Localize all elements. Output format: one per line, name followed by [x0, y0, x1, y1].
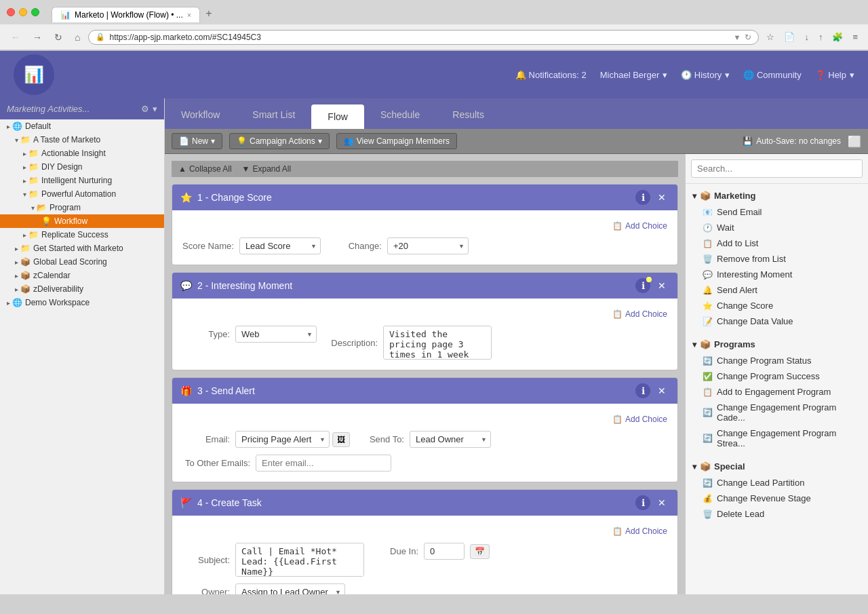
sidebar-item-zcalendar[interactable]: ▸ 📦 zCalendar — [0, 269, 164, 282]
other-emails-input[interactable] — [256, 455, 391, 472]
notifications-item[interactable]: 🔔 Notifications: 2 — [515, 70, 587, 80]
type-wrapper: Web — [235, 326, 317, 343]
step-3-add-choice-button[interactable]: 📋 Add Choice — [612, 415, 667, 424]
panel-section-special-header[interactable]: ▾ 📦 Special — [686, 458, 868, 475]
step-4-add-choice-button[interactable]: 📋 Add Choice — [612, 526, 667, 536]
step-4-header[interactable]: 🚩 4 - Create Task ℹ ✕ — [172, 490, 677, 516]
menu-icon[interactable]: ≡ — [849, 31, 861, 43]
step-4-info-button[interactable]: ℹ — [635, 495, 650, 510]
sidebar-item-replicate-success[interactable]: ▸ 📁 Replicate Success — [0, 228, 164, 242]
subject-textarea[interactable]: Call | Email *Hot* Lead: {{Lead.First Na… — [235, 543, 364, 577]
new-button[interactable]: 📄 New ▾ — [172, 133, 222, 149]
collapse-all-button[interactable]: ▲ Collapse All — [178, 164, 232, 174]
panel-item-change-revenue-stage[interactable]: 💰 Change Revenue Stage — [686, 491, 868, 506]
sidebar-item-powerful-automation[interactable]: ▾ 📁 Powerful Automation — [0, 187, 164, 201]
panel-item-change-lead-partition[interactable]: 🔄 Change Lead Partition — [686, 475, 868, 491]
send-to-select[interactable]: Lead Owner — [410, 431, 491, 448]
browser-tab-marketo[interactable]: 📊 Marketo | Workflow (Flow) • ... × — [52, 7, 200, 22]
sidebar-item-global-lead-scoring[interactable]: ▸ 📦 Global Lead Scoring — [0, 255, 164, 269]
sidebar-item-default[interactable]: ▸ 🌐 Default — [0, 119, 164, 133]
step-1-add-choice-button[interactable]: 📋 Add Choice — [612, 221, 667, 231]
minimize-window-button[interactable] — [19, 8, 27, 16]
user-menu[interactable]: Michael Berger ▾ — [600, 70, 667, 80]
panel-item-interesting-moment[interactable]: 💬 Interesting Moment — [686, 267, 868, 282]
sidebar-item-actionable-insight[interactable]: ▸ 📁 Actionable Insight — [0, 147, 164, 160]
close-window-button[interactable] — [7, 8, 15, 16]
panel-section-marketing-header[interactable]: ▾ 📦 Marketing — [686, 187, 868, 204]
panel-item-change-program-success[interactable]: ✅ Change Program Success — [686, 368, 868, 384]
panel-item-change-score[interactable]: ⭐ Change Score — [686, 298, 868, 313]
sidebar-item-workflow[interactable]: 💡 Workflow — [0, 214, 164, 228]
download-icon[interactable]: ↓ — [801, 31, 812, 43]
tab-workflow[interactable]: Workflow — [165, 102, 236, 129]
sidebar-icon-1[interactable]: ⚙ — [141, 104, 149, 114]
due-in-input[interactable] — [424, 543, 465, 560]
new-tab-button[interactable]: + — [200, 5, 217, 22]
tab-flow[interactable]: Flow — [311, 104, 364, 129]
expand-all-button[interactable]: ▼ Expand All — [242, 164, 292, 174]
step-2-add-choice-button[interactable]: 📋 Add Choice — [612, 309, 667, 319]
step-3-close-button[interactable]: ✕ — [654, 383, 669, 398]
panel-item-wait[interactable]: 🕐 Wait — [686, 220, 868, 235]
sidebar-item-zdeliverability[interactable]: ▸ 📦 zDeliverability — [0, 282, 164, 296]
view-members-button[interactable]: 👥 View Campaign Members — [336, 133, 457, 149]
change-select[interactable]: +20 — [387, 237, 469, 254]
panel-item-change-data-value[interactable]: 📝 Change Data Value — [686, 313, 868, 329]
owner-select[interactable]: Assign to Lead Owner — [235, 583, 345, 594]
refresh-icon[interactable]: ↻ — [745, 33, 751, 42]
step-3-info-button[interactable]: ℹ — [635, 383, 650, 398]
step-4-close-button[interactable]: ✕ — [654, 495, 669, 510]
panel-item-add-to-engagement[interactable]: 📋 Add to Engagement Program — [686, 384, 868, 400]
sidebar-item-diy-design[interactable]: ▸ 📁 DIY Design — [0, 160, 164, 174]
step-1-header[interactable]: ⭐ 1 - Change Score ℹ ✕ — [172, 185, 677, 210]
panel-item-add-to-list[interactable]: 📋 Add to List — [686, 235, 868, 251]
panel-section-programs-header[interactable]: ▾ 📦 Programs — [686, 336, 868, 353]
score-name-select[interactable]: Lead Score — [239, 237, 321, 254]
tab-results[interactable]: Results — [436, 102, 500, 129]
due-in-calendar-button[interactable]: 📅 — [470, 544, 490, 559]
step-2-close-button[interactable]: ✕ — [654, 278, 669, 293]
step-2-header[interactable]: 💬 2 - Interesting Moment ℹ ✕ — [172, 273, 677, 299]
nav-share-icon[interactable]: ↑ — [815, 31, 827, 43]
step-2-info-button[interactable]: ℹ — [635, 278, 650, 293]
sidebar-icon-2[interactable]: ▾ — [153, 104, 157, 114]
panel-item-send-alert[interactable]: 🔔 Send Alert — [686, 282, 868, 298]
history-menu[interactable]: 🕐 History ▾ — [681, 70, 730, 80]
campaign-actions-button[interactable]: 💡 Campaign Actions ▾ — [229, 133, 330, 149]
panel-item-change-engagement-strea[interactable]: 🔄 Change Engagement Program Strea... — [686, 425, 868, 451]
maximize-window-button[interactable] — [31, 8, 39, 16]
refresh-button[interactable]: ↻ — [50, 31, 66, 44]
description-textarea[interactable]: Visited the pricing page 3 times in 1 we… — [383, 326, 492, 360]
step-3-header[interactable]: 🎁 3 - Send Alert ℹ ✕ — [172, 378, 677, 404]
browser-tab-close-button[interactable]: × — [187, 11, 191, 19]
help-menu[interactable]: ❓ Help ▾ — [815, 70, 854, 80]
tab-schedule[interactable]: Schedule — [364, 102, 436, 129]
panel-item-change-engagement-cade[interactable]: 🔄 Change Engagement Program Cade... — [686, 400, 868, 425]
panel-search-input[interactable] — [691, 159, 863, 178]
panel-item-remove-from-list[interactable]: 🗑️ Remove from List — [686, 251, 868, 267]
back-button[interactable]: ← — [7, 31, 24, 44]
url-bar[interactable]: 🔒 https://app-sjp.marketo.com/#SC14945C3… — [88, 30, 759, 45]
expand-panel-button[interactable]: ⬜ — [848, 135, 861, 148]
panel-item-delete-lead[interactable]: 🗑️ Delete Lead — [686, 506, 868, 522]
sidebar-item-a-taste[interactable]: ▾ 📁 A Taste of Marketo — [0, 133, 164, 147]
step-1-close-button[interactable]: ✕ — [654, 190, 669, 205]
email-icon-button[interactable]: 🖼 — [332, 432, 350, 447]
panel-item-change-program-status[interactable]: 🔄 Change Program Status — [686, 353, 868, 368]
type-select[interactable]: Web — [235, 326, 317, 343]
panel-item-send-email[interactable]: 📧 Send Email — [686, 204, 868, 220]
email-select[interactable]: Pricing Page Alert — [235, 431, 330, 448]
sidebar-item-get-started[interactable]: ▸ 📁 Get Started with Marketo — [0, 242, 164, 255]
sidebar-item-intelligent-nurturing[interactable]: ▸ 📁 Intelligent Nurturing — [0, 174, 164, 187]
tab-smart-list[interactable]: Smart List — [236, 102, 311, 129]
sidebar-search-placeholder[interactable]: Marketing Activities... — [7, 104, 90, 114]
community-item[interactable]: 🌐 Community — [743, 70, 801, 80]
reader-icon[interactable]: 📄 — [781, 31, 798, 43]
bookmark-icon[interactable]: ☆ — [763, 31, 778, 43]
home-button[interactable]: ⌂ — [71, 31, 84, 44]
forward-button[interactable]: → — [28, 31, 46, 44]
extensions-icon[interactable]: 🧩 — [829, 31, 846, 43]
sidebar-item-program[interactable]: ▾ 📂 Program — [0, 201, 164, 214]
sidebar-item-demo-workspace[interactable]: ▸ 🌐 Demo Workspace — [0, 296, 164, 309]
step-1-info-button[interactable]: ℹ — [635, 190, 650, 205]
